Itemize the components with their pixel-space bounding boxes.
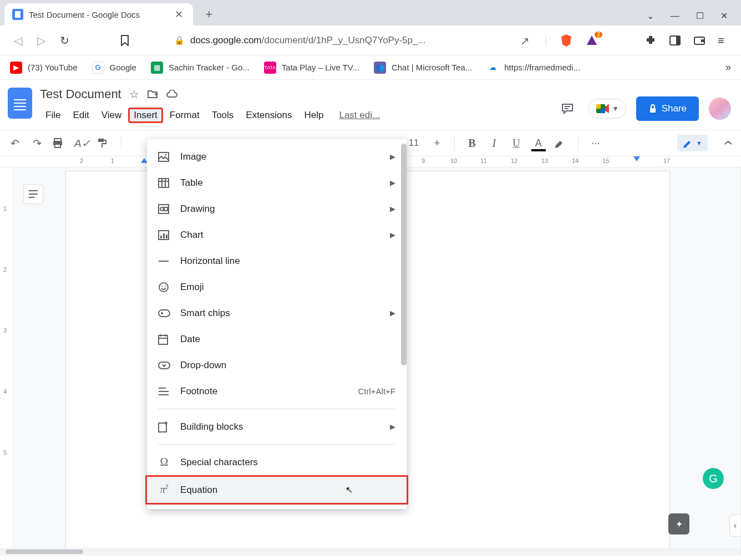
last-edit-link[interactable]: Last edi... xyxy=(339,108,380,123)
user-avatar[interactable] xyxy=(709,98,731,120)
extensions-icon[interactable] xyxy=(644,34,657,47)
lock-icon xyxy=(648,104,657,114)
italic-button[interactable]: I xyxy=(487,137,501,150)
window-controls: ⌄ — ☐ ✕ xyxy=(647,11,741,21)
menu-file[interactable]: File xyxy=(40,108,66,123)
brave-shield-icon[interactable] xyxy=(559,33,573,48)
bookmark-teams[interactable]: 👥Chat | Microsoft Tea... xyxy=(374,62,472,74)
comments-icon[interactable] xyxy=(556,98,578,120)
outline-toggle-button[interactable] xyxy=(23,184,43,204)
svg-point-18 xyxy=(165,154,167,155)
insert-building-blocks[interactable]: Building blocks ▶ xyxy=(147,414,407,440)
nav-back-button[interactable]: ◁ xyxy=(11,34,24,47)
document-title[interactable]: Test Document xyxy=(40,87,121,101)
underline-button[interactable]: U xyxy=(509,137,524,149)
pi-icon: π2 xyxy=(158,484,170,496)
insert-smart-chips[interactable]: Smart chips ▶ xyxy=(147,300,407,326)
print-button[interactable] xyxy=(52,138,67,149)
share-url-icon[interactable]: ↗ xyxy=(520,34,532,47)
highlight-button[interactable] xyxy=(554,138,568,149)
move-icon[interactable] xyxy=(147,89,158,99)
undo-button[interactable]: ↶ xyxy=(8,137,22,150)
wallet-icon[interactable] xyxy=(693,34,706,47)
window-close-button[interactable]: ✕ xyxy=(720,11,728,21)
text-color-button[interactable]: A xyxy=(531,138,546,149)
svg-point-33 xyxy=(165,286,166,287)
horizontal-scrollbar[interactable] xyxy=(0,548,740,556)
browser-chrome: Test Document - Google Docs ✕ + ⌄ — ☐ ✕ … xyxy=(0,0,741,80)
window-minimize-button[interactable]: — xyxy=(671,11,679,21)
menu-separator xyxy=(158,409,395,409)
insert-emoji[interactable]: Emoji xyxy=(147,274,407,300)
docs-logo-icon[interactable] xyxy=(8,88,32,119)
svg-rect-8 xyxy=(601,109,605,113)
url-box[interactable]: 🔒 docs.google.com/document/d/1hP_y_UsnQ7… xyxy=(165,30,435,51)
svg-point-31 xyxy=(159,283,168,292)
tab-close-icon[interactable]: ✕ xyxy=(172,8,185,21)
explore-button[interactable]: ✦ xyxy=(668,513,689,534)
bookmark-sheets[interactable]: ▦Sachin Tracker - Go... xyxy=(151,62,250,74)
nav-forward-button[interactable]: ▷ xyxy=(34,34,48,47)
insert-drawing[interactable]: Drawing ▶ xyxy=(147,196,407,222)
menu-help[interactable]: Help xyxy=(298,108,329,123)
bookmark-youtube[interactable]: ▶(73) YouTube xyxy=(10,62,78,74)
brave-rewards-icon[interactable]: 2 xyxy=(586,34,598,47)
bookmark-framedmedia[interactable]: ☁https://framedmedi... xyxy=(486,62,580,74)
svg-point-35 xyxy=(161,312,163,314)
meet-button[interactable]: ▼ xyxy=(588,99,626,119)
browser-tab[interactable]: Test Document - Google Docs ✕ xyxy=(4,3,193,26)
collapse-toolbar-button[interactable] xyxy=(723,140,733,146)
share-label: Share xyxy=(662,103,687,114)
menu-view[interactable]: View xyxy=(96,108,128,123)
chart-icon xyxy=(158,230,170,240)
font-size-increase[interactable]: + xyxy=(430,137,444,149)
font-size-value[interactable]: 11 xyxy=(405,138,422,148)
menu-insert[interactable]: Insert xyxy=(128,108,163,123)
bookmark-page-icon[interactable] xyxy=(120,35,133,46)
redo-button[interactable]: ↷ xyxy=(30,137,44,150)
insert-chart[interactable]: Chart ▶ xyxy=(147,222,407,248)
menu-edit[interactable]: Edit xyxy=(67,108,94,123)
spellcheck-button[interactable]: A✓ xyxy=(74,137,89,150)
window-chevron-icon[interactable]: ⌄ xyxy=(647,11,654,21)
indent-marker-right[interactable] xyxy=(633,156,640,161)
insert-horizontal-line[interactable]: Horizontal line xyxy=(147,248,407,274)
cloud-status-icon[interactable] xyxy=(166,90,178,99)
insert-special-characters[interactable]: Ω Special characters xyxy=(147,449,407,475)
new-tab-button[interactable]: + xyxy=(201,6,217,23)
toolbar-more-button[interactable]: ··· xyxy=(588,137,603,149)
sidepanel-icon[interactable] xyxy=(669,34,681,47)
svg-rect-13 xyxy=(98,139,104,142)
svg-rect-7 xyxy=(596,104,601,109)
window-maximize-button[interactable]: ☐ xyxy=(696,11,704,21)
bookmark-tataplay[interactable]: TATATata Play – Live TV... xyxy=(264,62,359,74)
side-panel-toggle[interactable]: ‹ xyxy=(729,515,740,537)
vertical-ruler[interactable]: 1 2 3 4 5 xyxy=(0,167,13,556)
svg-rect-28 xyxy=(163,233,165,238)
bookmarks-bar: ▶(73) YouTube GGoogle ▦Sachin Tracker - … xyxy=(0,55,741,80)
address-bar-right: ↗ | 2 ≡ xyxy=(520,33,730,48)
bold-button[interactable]: B xyxy=(465,137,479,150)
insert-footnote[interactable]: Footnote Ctrl+Alt+F xyxy=(147,378,407,404)
insert-equation[interactable]: π2 Equation ↖ xyxy=(145,475,408,505)
grammarly-badge[interactable]: G xyxy=(703,468,724,489)
insert-dropdown[interactable]: Drop-down xyxy=(147,352,407,378)
nav-reload-button[interactable]: ↻ xyxy=(58,34,71,47)
editing-mode-button[interactable]: ▼ xyxy=(677,135,708,151)
insert-date[interactable]: Date xyxy=(147,326,407,352)
bookmarks-overflow-button[interactable]: » xyxy=(725,62,731,73)
menu-tools[interactable]: Tools xyxy=(206,108,240,123)
insert-image[interactable]: Image ▶ xyxy=(147,144,407,170)
share-button[interactable]: Share xyxy=(636,96,699,121)
menu-format[interactable]: Format xyxy=(164,108,205,123)
menu-extensions[interactable]: Extensions xyxy=(240,108,297,123)
lock-icon: 🔒 xyxy=(174,35,185,45)
star-icon[interactable]: ☆ xyxy=(129,88,139,101)
submenu-arrow-icon: ▶ xyxy=(390,309,395,317)
svg-rect-9 xyxy=(650,108,656,113)
app-menu-icon[interactable]: ≡ xyxy=(718,34,730,47)
scroll-thumb[interactable] xyxy=(6,549,83,554)
paint-format-button[interactable] xyxy=(97,138,111,149)
insert-table[interactable]: Table ▶ xyxy=(147,170,407,196)
bookmark-google[interactable]: GGoogle xyxy=(92,62,136,74)
